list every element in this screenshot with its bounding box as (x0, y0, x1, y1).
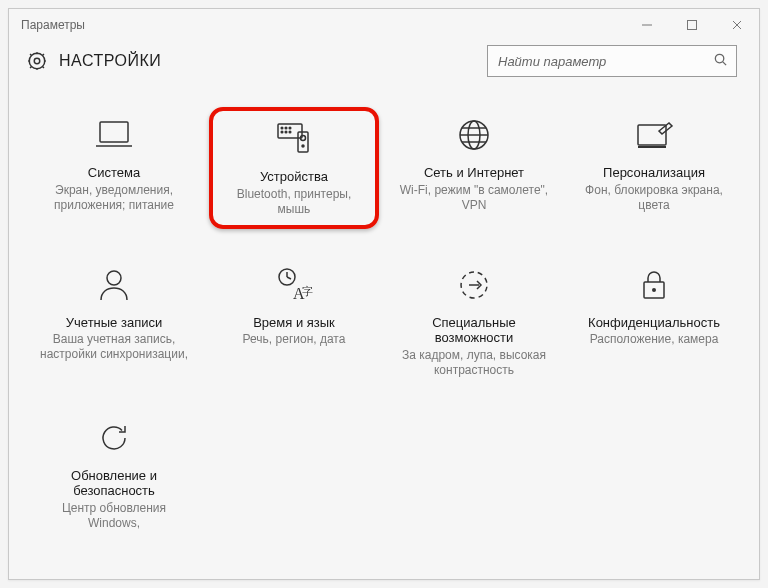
tile-accounts[interactable]: Учетные записи Ваша учетная запись, наст… (29, 257, 199, 382)
svg-point-16 (289, 131, 291, 133)
tile-devices[interactable]: Устройства Bluetooth, принтеры, мышь (209, 107, 379, 229)
header: НАСТРОЙКИ (9, 41, 759, 87)
svg-point-12 (285, 127, 287, 129)
personalize-icon (630, 111, 678, 159)
tile-update-security[interactable]: Обновление и безопасность Центр обновлен… (29, 410, 199, 535)
tile-desc: Экран, уведомления, приложения; питание (33, 183, 195, 213)
tile-desc: Wi-Fi, режим "в самолете", VPN (393, 183, 555, 213)
tile-title: Сеть и Интернет (424, 165, 524, 181)
gear-icon (25, 49, 49, 73)
tile-desc: Фон, блокировка экрана, цвета (573, 183, 735, 213)
tile-title: Персонализация (603, 165, 705, 181)
svg-point-5 (29, 53, 45, 69)
svg-line-30 (287, 277, 291, 279)
search-icon (713, 52, 728, 70)
svg-point-4 (34, 58, 40, 64)
content-area: Система Экран, уведомления, приложения; … (9, 87, 759, 579)
maximize-button[interactable] (669, 9, 714, 41)
tile-title: Система (88, 165, 140, 181)
laptop-icon (90, 111, 138, 159)
tile-desc: За кадром, лупа, высокая контрастность (393, 348, 555, 378)
svg-point-13 (289, 127, 291, 129)
search-input[interactable] (498, 54, 713, 69)
update-icon (90, 414, 138, 462)
settings-grid: Система Экран, уведомления, приложения; … (19, 107, 749, 535)
tile-desc: Расположение, камера (584, 332, 725, 347)
close-button[interactable] (714, 9, 759, 41)
tile-title: Устройства (260, 169, 328, 185)
svg-text:字: 字 (302, 285, 313, 297)
tile-desc: Ваша учетная запись, настройки синхрониз… (33, 332, 195, 362)
lock-icon (630, 261, 678, 309)
tile-ease-of-access[interactable]: Специальные возможности За кадром, лупа,… (389, 257, 559, 382)
devices-icon (270, 115, 318, 163)
page-title: НАСТРОЙКИ (59, 52, 161, 70)
svg-point-6 (715, 54, 723, 62)
svg-point-15 (285, 131, 287, 133)
person-icon (90, 261, 138, 309)
tile-title: Учетные записи (66, 315, 162, 331)
tile-title: Специальные возможности (393, 315, 555, 346)
svg-point-19 (302, 145, 304, 147)
tile-desc: Речь, регион, дата (237, 332, 352, 347)
tile-personalization[interactable]: Персонализация Фон, блокировка экрана, ц… (569, 107, 739, 229)
tile-title: Обновление и безопасность (33, 468, 195, 499)
svg-line-7 (723, 62, 726, 65)
titlebar: Параметры (9, 9, 759, 41)
tile-network[interactable]: Сеть и Интернет Wi-Fi, режим "в самолете… (389, 107, 559, 229)
svg-point-18 (301, 136, 306, 141)
window-title: Параметры (21, 18, 85, 32)
search-box[interactable] (487, 45, 737, 77)
tile-system[interactable]: Система Экран, уведомления, приложения; … (29, 107, 199, 229)
svg-rect-8 (100, 122, 128, 142)
globe-icon (450, 111, 498, 159)
tile-title: Конфиденциальность (588, 315, 720, 331)
svg-point-14 (281, 131, 283, 133)
svg-point-35 (652, 288, 656, 292)
svg-point-11 (281, 127, 283, 129)
tile-desc: Центр обновления Windows, (33, 501, 195, 531)
tile-title: Время и язык (253, 315, 335, 331)
window-buttons (624, 9, 759, 41)
svg-point-27 (107, 271, 121, 285)
minimize-button[interactable] (624, 9, 669, 41)
tile-desc: Bluetooth, принтеры, мышь (215, 187, 373, 217)
settings-window: Параметры НАСТРОЙКИ (8, 8, 760, 580)
svg-rect-1 (687, 21, 696, 30)
tile-time-language[interactable]: A 字 Время и язык Речь, регион, дата (209, 257, 379, 382)
tile-privacy[interactable]: Конфиденциальность Расположение, камера (569, 257, 739, 382)
time-lang-icon: A 字 (270, 261, 318, 309)
accessibility-icon (450, 261, 498, 309)
